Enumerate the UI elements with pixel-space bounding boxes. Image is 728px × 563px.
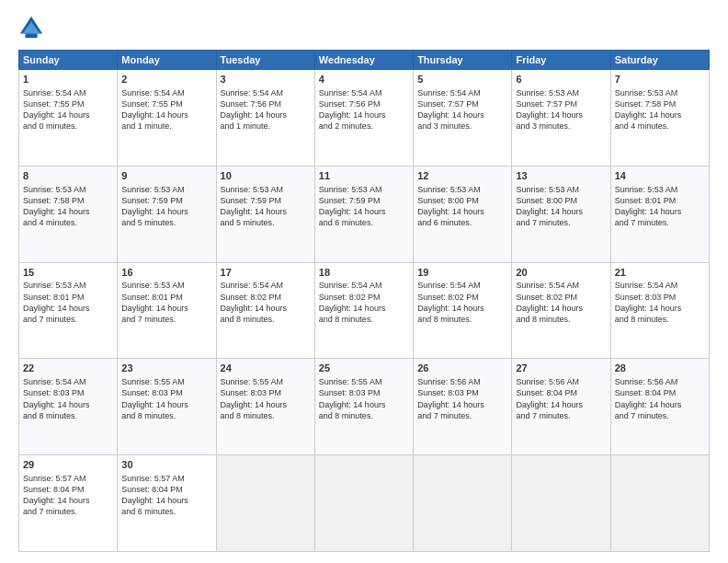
sunrise-label: Sunrise: 5:53 AM [23, 281, 86, 290]
sunrise-label: Sunrise: 5:54 AM [121, 88, 185, 98]
daylight-label: Daylight: 14 hours [615, 110, 682, 120]
daylight-value: and 8 minutes. [319, 315, 373, 324]
daylight-label: Daylight: 14 hours [417, 207, 484, 216]
sunrise-label: Sunrise: 5:54 AM [23, 377, 86, 386]
calendar-cell-empty [512, 455, 610, 552]
sunrise-label: Sunrise: 5:55 AM [221, 377, 284, 386]
sunset-label: Sunset: 7:55 PM [23, 99, 85, 109]
sunset-label: Sunset: 8:03 PM [319, 388, 381, 397]
calendar-cell-day-15: 15Sunrise: 5:53 AMSunset: 8:01 PMDayligh… [19, 262, 118, 359]
daylight-label: Daylight: 14 hours [319, 110, 386, 120]
daylight-label: Daylight: 14 hours [516, 400, 583, 409]
day-number: 1 [23, 73, 113, 86]
calendar-cell-empty [414, 455, 512, 552]
calendar-cell-day-30: 30Sunrise: 5:57 AMSunset: 8:04 PMDayligh… [118, 455, 216, 552]
day-header-sunday: Sunday [19, 51, 118, 70]
sunset-label: Sunset: 7:56 PM [319, 99, 381, 109]
daylight-label: Daylight: 14 hours [121, 400, 188, 409]
sunrise-label: Sunrise: 5:54 AM [417, 88, 481, 98]
daylight-label: Daylight: 14 hours [417, 400, 484, 409]
day-number: 16 [121, 266, 211, 280]
logo-icon [18, 15, 44, 40]
sunset-label: Sunset: 8:02 PM [221, 293, 282, 302]
day-number: 6 [516, 73, 606, 86]
sunrise-label: Sunrise: 5:56 AM [417, 377, 481, 386]
calendar-cell-day-14: 14Sunrise: 5:53 AMSunset: 8:01 PMDayligh… [610, 166, 709, 262]
calendar-cell-day-2: 2Sunrise: 5:54 AMSunset: 7:55 PMDaylight… [118, 70, 216, 167]
daylight-value: and 7 minutes. [23, 507, 77, 516]
calendar-cell-day-4: 4Sunrise: 5:54 AMSunset: 7:56 PMDaylight… [314, 70, 413, 167]
calendar-cell-day-20: 20Sunrise: 5:54 AMSunset: 8:02 PMDayligh… [512, 262, 610, 359]
sunset-label: Sunset: 8:03 PM [121, 388, 183, 397]
sunset-label: Sunset: 8:02 PM [417, 293, 479, 302]
day-number: 27 [516, 362, 606, 375]
daylight-label: Daylight: 14 hours [615, 400, 682, 409]
calendar-cell-empty [216, 455, 314, 552]
sunset-label: Sunset: 8:03 PM [615, 293, 677, 302]
daylight-value: and 6 minutes. [121, 507, 176, 516]
day-number: 26 [417, 362, 507, 375]
day-number: 15 [23, 266, 113, 280]
daylight-label: Daylight: 14 hours [221, 207, 288, 216]
daylight-label: Daylight: 14 hours [615, 304, 682, 313]
sunset-label: Sunset: 7:59 PM [121, 196, 183, 205]
sunrise-label: Sunrise: 5:56 AM [516, 377, 579, 386]
sunrise-label: Sunrise: 5:54 AM [417, 281, 481, 290]
day-header-thursday: Thursday [414, 51, 512, 70]
day-number: 8 [23, 169, 113, 183]
day-number: 25 [319, 362, 409, 375]
calendar-cell-day-28: 28Sunrise: 5:56 AMSunset: 8:04 PMDayligh… [610, 359, 709, 455]
sunset-label: Sunset: 8:04 PM [516, 388, 577, 397]
calendar-cell-day-27: 27Sunrise: 5:56 AMSunset: 8:04 PMDayligh… [512, 359, 610, 455]
daylight-value: and 7 minutes. [516, 218, 570, 227]
daylight-value: and 7 minutes. [516, 411, 570, 420]
calendar-cell-day-11: 11Sunrise: 5:53 AMSunset: 7:59 PMDayligh… [314, 166, 413, 262]
day-number: 10 [221, 169, 311, 183]
sunrise-label: Sunrise: 5:53 AM [121, 185, 185, 194]
daylight-label: Daylight: 14 hours [417, 110, 484, 120]
sunset-label: Sunset: 8:02 PM [516, 293, 577, 302]
sunset-label: Sunset: 7:58 PM [615, 99, 677, 109]
day-number: 22 [23, 362, 113, 375]
sunrise-label: Sunrise: 5:53 AM [516, 88, 579, 98]
sunset-label: Sunset: 8:03 PM [221, 388, 282, 397]
sunset-label: Sunset: 7:59 PM [221, 196, 282, 205]
calendar-cell-day-10: 10Sunrise: 5:53 AMSunset: 7:59 PMDayligh… [216, 166, 314, 262]
sunset-label: Sunset: 7:56 PM [221, 99, 282, 109]
day-number: 28 [615, 362, 705, 375]
daylight-label: Daylight: 14 hours [121, 207, 188, 216]
daylight-value: and 4 minutes. [23, 218, 77, 227]
calendar-row-3: 15Sunrise: 5:53 AMSunset: 8:01 PMDayligh… [19, 262, 710, 359]
calendar-row-2: 8Sunrise: 5:53 AMSunset: 7:58 PMDaylight… [19, 166, 710, 262]
day-number: 30 [121, 458, 211, 472]
sunset-label: Sunset: 8:00 PM [516, 196, 577, 205]
sunset-label: Sunset: 7:57 PM [417, 99, 479, 109]
sunrise-label: Sunrise: 5:53 AM [221, 185, 284, 194]
daylight-label: Daylight: 14 hours [121, 304, 188, 313]
sunrise-label: Sunrise: 5:53 AM [615, 185, 678, 194]
daylight-label: Daylight: 14 hours [516, 110, 583, 120]
sunrise-label: Sunrise: 5:55 AM [319, 377, 382, 386]
sunrise-label: Sunrise: 5:53 AM [516, 185, 579, 194]
sunset-label: Sunset: 7:57 PM [516, 99, 577, 109]
calendar-header-row: SundayMondayTuesdayWednesdayThursdayFrid… [19, 51, 710, 70]
calendar-cell-day-1: 1Sunrise: 5:54 AMSunset: 7:55 PMDaylight… [19, 70, 118, 167]
daylight-label: Daylight: 14 hours [319, 400, 386, 409]
daylight-label: Daylight: 14 hours [23, 496, 90, 505]
daylight-label: Daylight: 14 hours [23, 304, 90, 313]
daylight-value: and 5 minutes. [221, 218, 275, 227]
calendar-cell-day-22: 22Sunrise: 5:54 AMSunset: 8:03 PMDayligh… [19, 359, 118, 455]
svg-rect-2 [25, 34, 37, 39]
sunrise-label: Sunrise: 5:56 AM [615, 377, 678, 386]
calendar-cell-day-8: 8Sunrise: 5:53 AMSunset: 7:58 PMDaylight… [19, 166, 118, 262]
sunset-label: Sunset: 8:00 PM [417, 196, 479, 205]
sunset-label: Sunset: 7:55 PM [121, 99, 183, 109]
sunrise-label: Sunrise: 5:55 AM [121, 377, 185, 386]
daylight-label: Daylight: 14 hours [23, 207, 90, 216]
day-header-wednesday: Wednesday [314, 51, 413, 70]
day-number: 5 [417, 73, 507, 86]
daylight-label: Daylight: 14 hours [121, 110, 188, 120]
sunrise-label: Sunrise: 5:53 AM [319, 185, 382, 194]
daylight-value: and 3 minutes. [516, 121, 570, 131]
calendar-cell-empty [314, 455, 413, 552]
